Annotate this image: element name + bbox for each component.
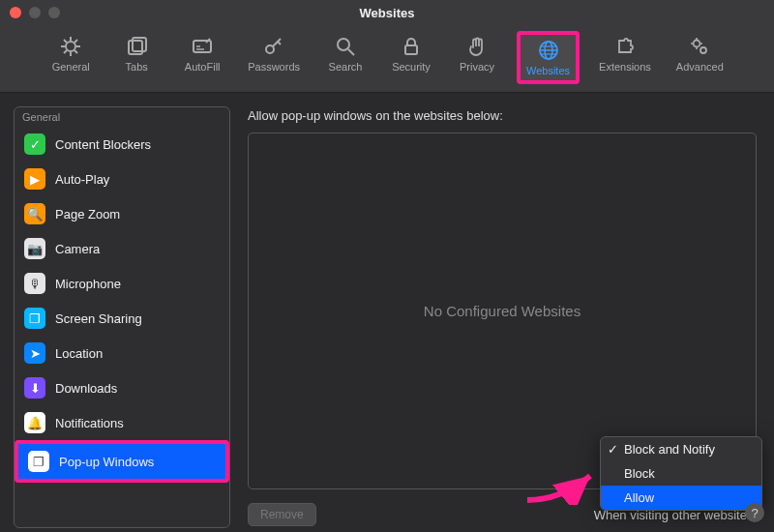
sidebar-item-microphone[interactable]: 🎙Microphone xyxy=(15,266,229,301)
toolbar-tab-label: Privacy xyxy=(460,61,494,73)
tabs-icon xyxy=(125,35,148,58)
sidebar-item-pop-up-windows[interactable]: ❐Pop-up Windows xyxy=(15,440,229,483)
sidebar-item-label: Screen Sharing xyxy=(55,311,142,326)
sidebar-item-icon: ➤ xyxy=(24,342,45,364)
close-window-button[interactable] xyxy=(10,7,21,18)
window-controls xyxy=(10,7,60,18)
gears-icon xyxy=(688,35,711,58)
sidebar-item-icon: ⬇ xyxy=(24,377,45,399)
remove-button: Remove xyxy=(248,503,316,526)
search-icon xyxy=(334,35,357,58)
toolbar-tab-advanced[interactable]: Advanced xyxy=(670,31,729,84)
svg-line-8 xyxy=(74,40,77,43)
sidebar-item-label: Camera xyxy=(55,242,100,256)
toolbar-tab-privacy[interactable]: Privacy xyxy=(451,31,503,84)
sidebar-item-label: Auto-Play xyxy=(55,172,109,187)
sidebar-item-downloads[interactable]: ⬇Downloads xyxy=(15,370,229,405)
toolbar-tab-label: General xyxy=(52,61,90,73)
sidebar-item-label: Microphone xyxy=(55,277,121,291)
toolbar-tab-security[interactable]: Security xyxy=(385,31,437,84)
sidebar-item-label: Location xyxy=(55,346,103,361)
minimize-window-button[interactable] xyxy=(29,7,41,18)
svg-line-14 xyxy=(348,49,354,55)
gear-icon xyxy=(59,35,82,58)
toolbar-tab-label: Tabs xyxy=(126,61,148,73)
autofill-icon xyxy=(191,35,214,58)
svg-rect-11 xyxy=(194,41,211,52)
sidebar-item-camera[interactable]: 📷Camera xyxy=(15,231,229,266)
empty-state-text: No Configured Websites xyxy=(424,303,580,319)
svg-point-0 xyxy=(66,42,75,51)
svg-point-13 xyxy=(338,39,349,50)
help-button[interactable]: ? xyxy=(745,503,764,522)
globe-icon xyxy=(537,39,560,62)
puzzle-icon xyxy=(613,35,637,58)
sidebar-item-auto-play[interactable]: ▶Auto-Play xyxy=(15,162,229,196)
key-icon xyxy=(262,35,285,58)
toolbar-tab-passwords[interactable]: Passwords xyxy=(242,31,306,84)
sidebar-item-icon: ✓ xyxy=(24,133,45,155)
hand-icon xyxy=(465,35,489,58)
toolbar-tab-label: AutoFill xyxy=(185,61,221,73)
sidebar-item-content-blockers[interactable]: ✓Content Blockers xyxy=(15,127,229,162)
main-heading: Allow pop-up windows on the websites bel… xyxy=(248,108,757,123)
toolbar-tab-general[interactable]: General xyxy=(45,31,97,84)
sidebar-item-icon: 🔔 xyxy=(24,412,45,433)
preferences-toolbar: GeneralTabsAutoFillPasswordsSearchSecuri… xyxy=(0,25,774,93)
dropdown-option-allow[interactable]: Allow xyxy=(601,486,761,510)
toolbar-tab-search[interactable]: Search xyxy=(319,31,372,84)
dropdown-option-block[interactable]: Block xyxy=(601,461,761,486)
titlebar: Websites xyxy=(0,0,774,25)
svg-point-21 xyxy=(694,41,700,47)
sidebar-item-icon: ❐ xyxy=(24,308,45,329)
toolbar-tab-label: Advanced xyxy=(676,61,724,73)
svg-line-5 xyxy=(64,40,67,43)
toolbar-tab-label: Passwords xyxy=(248,61,300,73)
other-websites-dropdown[interactable]: Block and NotifyBlockAllow xyxy=(600,436,762,511)
zoom-window-button[interactable] xyxy=(48,7,60,18)
sidebar-section-header: General xyxy=(15,107,229,127)
sidebar-item-icon: 🎙 xyxy=(24,273,45,294)
sidebar-item-location[interactable]: ➤Location xyxy=(15,336,229,370)
sidebar-item-label: Pop-up Windows xyxy=(59,455,154,469)
sidebar-item-icon: 📷 xyxy=(24,238,45,259)
svg-point-12 xyxy=(266,45,274,53)
sidebar-item-icon: ▶ xyxy=(24,168,45,190)
toolbar-tab-label: Security xyxy=(392,61,431,73)
sidebar-item-label: Page Zoom xyxy=(55,207,120,222)
sidebar-item-icon: ❐ xyxy=(28,451,49,472)
sidebar-item-icon: 🔍 xyxy=(24,203,45,224)
toolbar-tab-label: Extensions xyxy=(599,61,651,73)
sidebar-item-screen-sharing[interactable]: ❐Screen Sharing xyxy=(15,301,229,336)
lock-icon xyxy=(400,35,423,58)
toolbar-tab-label: Websites xyxy=(526,65,570,76)
toolbar-tab-autofill[interactable]: AutoFill xyxy=(176,31,228,84)
sidebar-item-page-zoom[interactable]: 🔍Page Zoom xyxy=(15,196,229,231)
websites-sidebar: General ✓Content Blockers▶Auto-Play🔍Page… xyxy=(14,106,230,528)
sidebar-item-label: Downloads xyxy=(55,381,117,396)
svg-point-22 xyxy=(700,47,706,53)
svg-line-6 xyxy=(74,50,77,53)
sidebar-item-label: Content Blockers xyxy=(55,137,151,152)
svg-rect-15 xyxy=(405,45,417,54)
sidebar-item-label: Notifications xyxy=(55,416,124,430)
dropdown-option-block-and-notify[interactable]: Block and Notify xyxy=(601,437,761,461)
toolbar-tab-extensions[interactable]: Extensions xyxy=(593,31,657,84)
toolbar-tab-label: Search xyxy=(329,61,363,73)
toolbar-tab-tabs[interactable]: Tabs xyxy=(110,31,163,84)
toolbar-tab-websites[interactable]: Websites xyxy=(517,31,580,84)
sidebar-item-notifications[interactable]: 🔔Notifications xyxy=(15,405,229,440)
window-title: Websites xyxy=(360,6,415,20)
svg-line-7 xyxy=(64,50,67,53)
